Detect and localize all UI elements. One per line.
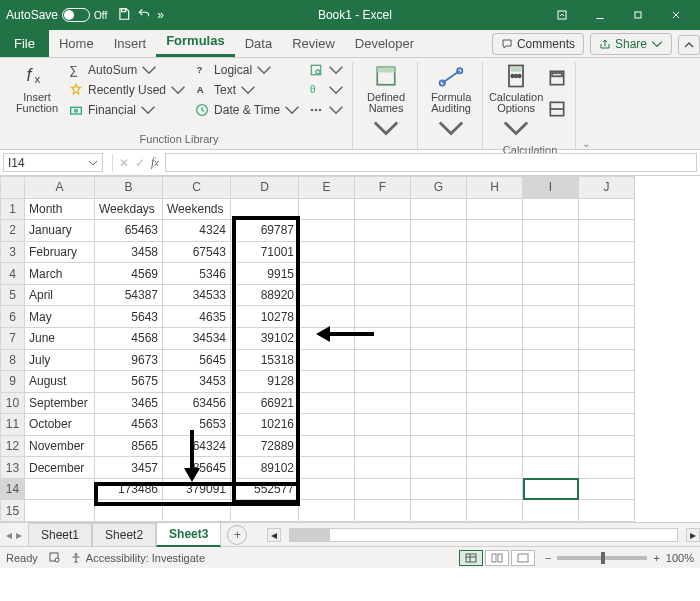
cell[interactable]: [467, 392, 523, 414]
cell[interactable]: [467, 284, 523, 306]
cell[interactable]: [411, 349, 467, 371]
cell[interactable]: [467, 220, 523, 242]
cell[interactable]: [467, 414, 523, 436]
ribbon-collapse-icon[interactable]: ⌄: [582, 138, 590, 149]
cell[interactable]: [299, 198, 355, 220]
cell[interactable]: [523, 220, 579, 242]
col-header-a[interactable]: A: [25, 177, 95, 199]
cell[interactable]: [299, 500, 355, 522]
cell[interactable]: [355, 284, 411, 306]
cell[interactable]: [579, 220, 635, 242]
select-all-button[interactable]: [1, 177, 25, 199]
cell[interactable]: [579, 284, 635, 306]
cell[interactable]: August: [25, 371, 95, 393]
cell[interactable]: June: [25, 327, 95, 349]
cell[interactable]: 34534: [163, 327, 231, 349]
qat-more-icon[interactable]: »: [157, 8, 166, 22]
row-header[interactable]: 1: [1, 198, 25, 220]
calculation-options-button[interactable]: Calculation Options: [493, 62, 539, 144]
view-page-layout-button[interactable]: [485, 550, 509, 566]
cell[interactable]: [467, 306, 523, 328]
zoom-out-button[interactable]: −: [545, 552, 551, 564]
recently-used-button[interactable]: Recently Used: [68, 82, 186, 98]
zoom-in-button[interactable]: +: [653, 552, 659, 564]
autosave-toggle[interactable]: AutoSave Off: [6, 8, 107, 22]
cell[interactable]: February: [25, 241, 95, 263]
text-button[interactable]: AText: [194, 82, 300, 98]
cell[interactable]: 5645: [163, 349, 231, 371]
cell[interactable]: 39102: [231, 327, 299, 349]
cell[interactable]: [523, 241, 579, 263]
cell[interactable]: November: [25, 435, 95, 457]
sheet-tab-2[interactable]: Sheet2: [92, 523, 156, 546]
cell[interactable]: [523, 306, 579, 328]
maximize-button[interactable]: [620, 3, 656, 27]
cell[interactable]: 9673: [95, 349, 163, 371]
cell[interactable]: 5653: [163, 414, 231, 436]
cell[interactable]: [411, 284, 467, 306]
cell[interactable]: [299, 435, 355, 457]
cell[interactable]: [579, 349, 635, 371]
cell[interactable]: 4563: [95, 414, 163, 436]
tab-home[interactable]: Home: [49, 30, 104, 57]
cell[interactable]: [467, 263, 523, 285]
col-header-f[interactable]: F: [355, 177, 411, 199]
cell[interactable]: [579, 198, 635, 220]
cell[interactable]: [523, 500, 579, 522]
col-header-e[interactable]: E: [299, 177, 355, 199]
hscroll-left-button[interactable]: ◂: [267, 528, 281, 542]
cell[interactable]: 64324: [163, 435, 231, 457]
col-header-h[interactable]: H: [467, 177, 523, 199]
cell[interactable]: [299, 306, 355, 328]
cell[interactable]: [579, 414, 635, 436]
cell[interactable]: [579, 435, 635, 457]
cell[interactable]: [299, 392, 355, 414]
row-header[interactable]: 14: [1, 478, 25, 500]
tab-file[interactable]: File: [0, 30, 49, 57]
tab-review[interactable]: Review: [282, 30, 345, 57]
minimize-button[interactable]: [582, 3, 618, 27]
col-header-i[interactable]: I: [523, 177, 579, 199]
cell[interactable]: 10278: [231, 306, 299, 328]
cell[interactable]: 3465: [95, 392, 163, 414]
row-header[interactable]: 13: [1, 457, 25, 479]
col-header-b[interactable]: B: [95, 177, 163, 199]
macro-record-icon[interactable]: [48, 551, 60, 565]
row-header[interactable]: 10: [1, 392, 25, 414]
cell[interactable]: 173486: [95, 478, 163, 500]
cell[interactable]: 5346: [163, 263, 231, 285]
cell[interactable]: [579, 500, 635, 522]
cell[interactable]: [231, 198, 299, 220]
hscroll-right-button[interactable]: ▸: [686, 528, 700, 542]
cell[interactable]: [579, 457, 635, 479]
cell[interactable]: [355, 327, 411, 349]
row-header[interactable]: 4: [1, 263, 25, 285]
more-functions-button[interactable]: [308, 102, 344, 118]
cell[interactable]: 5643: [95, 306, 163, 328]
lookup-button[interactable]: [308, 62, 344, 78]
cell[interactable]: May: [25, 306, 95, 328]
cell[interactable]: Month: [25, 198, 95, 220]
cell[interactable]: [355, 392, 411, 414]
tab-formulas[interactable]: Formulas: [156, 27, 235, 57]
cell[interactable]: [411, 220, 467, 242]
cell[interactable]: 5675: [95, 371, 163, 393]
cell[interactable]: [411, 478, 467, 500]
hscroll-track[interactable]: [289, 528, 678, 542]
cell[interactable]: [299, 220, 355, 242]
formula-auditing-button[interactable]: Formula Auditing: [428, 62, 474, 144]
cell[interactable]: 67543: [163, 241, 231, 263]
autosum-button[interactable]: ∑AutoSum: [68, 62, 186, 78]
row-header[interactable]: 6: [1, 306, 25, 328]
cell[interactable]: [467, 478, 523, 500]
cell[interactable]: [355, 241, 411, 263]
cell[interactable]: [411, 327, 467, 349]
zoom-level[interactable]: 100%: [666, 552, 694, 564]
cell[interactable]: March: [25, 263, 95, 285]
row-header[interactable]: 8: [1, 349, 25, 371]
tab-scroll-right-icon[interactable]: ▸: [16, 528, 22, 542]
active-cell[interactable]: [523, 478, 579, 500]
cell[interactable]: 3453: [163, 371, 231, 393]
row-header[interactable]: 2: [1, 220, 25, 242]
cell[interactable]: [231, 500, 299, 522]
